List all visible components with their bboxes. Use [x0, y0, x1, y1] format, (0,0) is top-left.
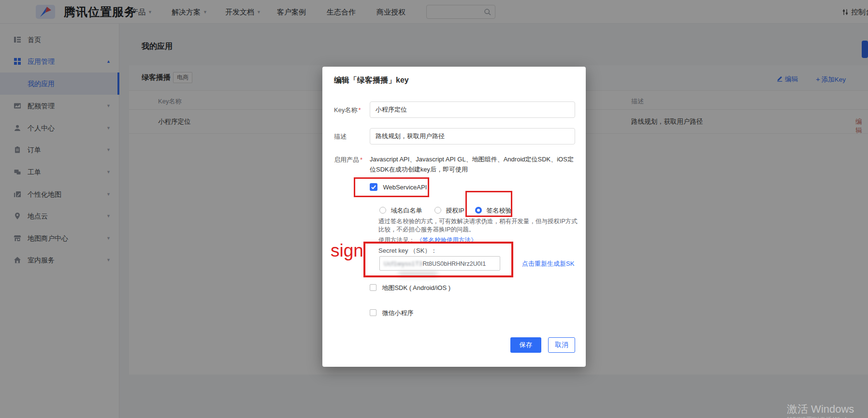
- windows-activation-watermark-line2: 转到"设置"以激活 Windows。: [787, 416, 863, 418]
- description-input[interactable]: 路线规划，获取用户路径: [370, 128, 575, 144]
- save-button[interactable]: 保存: [510, 337, 541, 353]
- annotation-box-signature-radio: [465, 191, 512, 217]
- annotation-box-webservice: [354, 177, 429, 197]
- radio-authorized-ip[interactable]: 授权IP: [434, 206, 464, 215]
- edit-key-modal: 编辑「绿客播播」key Key名称* 小程序定位 描述 路线规划，获取用户路径 …: [322, 67, 586, 367]
- wechat-miniprogram-checkbox-row[interactable]: 微信小程序: [370, 308, 413, 317]
- radio-unselected-icon[interactable]: [434, 207, 441, 214]
- key-name-input[interactable]: 小程序定位: [370, 101, 575, 118]
- enabled-products-label: 启用产品*: [334, 156, 362, 164]
- description-label: 描述: [334, 132, 347, 141]
- annotation-sign-text: sign: [331, 241, 363, 261]
- radio-domain-whitelist[interactable]: 域名白名单: [379, 206, 422, 215]
- modal-title: 编辑「绿客播播」key: [334, 75, 409, 86]
- required-asterisk: *: [360, 156, 362, 163]
- required-asterisk: *: [358, 106, 361, 114]
- enabled-products-note: Javascript API、Javascript API GL、地图组件、An…: [370, 154, 579, 174]
- checkbox-unchecked-icon[interactable]: [370, 284, 376, 291]
- checkbox-unchecked-icon[interactable]: [370, 309, 376, 316]
- windows-activation-watermark: 激活 Windows: [787, 402, 854, 417]
- screen: 腾讯位置服务 产品▼ 解决方案▼ 开发文档▼ 客户案例 生态合作 商业授权 控制…: [0, 0, 868, 418]
- key-name-label: Key名称*: [334, 106, 361, 115]
- annotation-box-secret-key: [363, 242, 513, 277]
- map-sdk-checkbox-row[interactable]: 地图SDK ( Android/iOS ): [370, 283, 450, 292]
- signature-help-text: 通过签名校验的方式，可有效解决请求伪造，稍有开发量，但与授权IP方式比较，不必担…: [378, 217, 579, 234]
- cancel-button[interactable]: 取消: [548, 337, 575, 353]
- radio-unselected-icon[interactable]: [379, 207, 386, 214]
- regenerate-sk-link[interactable]: 点击重新生成新SK: [522, 259, 574, 268]
